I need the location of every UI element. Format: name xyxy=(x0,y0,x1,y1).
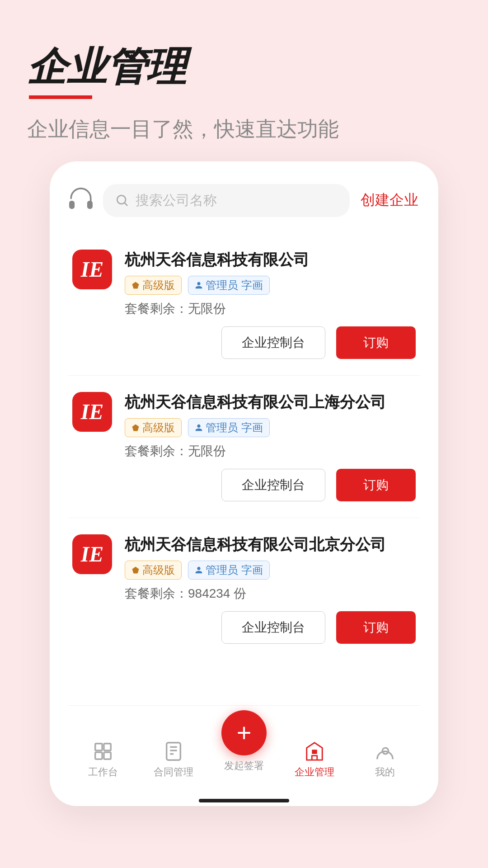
logo-icon: IE xyxy=(81,259,104,280)
company-actions: 企业控制台 订购 xyxy=(72,469,416,501)
control-panel-button[interactable]: 企业控制台 xyxy=(221,611,325,644)
svg-rect-15 xyxy=(312,750,317,755)
contracts-icon xyxy=(163,741,184,762)
company-name: 杭州天谷信息科技有限公司 xyxy=(125,250,416,269)
role-badge: 管理员 字画 xyxy=(188,276,270,295)
svg-marker-6 xyxy=(132,567,139,574)
company-tags: 高级版 管理员 字画 xyxy=(125,276,416,295)
svg-marker-5 xyxy=(132,425,139,431)
page-title: 企业管理 xyxy=(27,45,461,99)
svg-line-3 xyxy=(125,203,127,206)
company-logo: IE xyxy=(72,534,112,574)
enterprise-icon xyxy=(304,741,325,762)
control-panel-button[interactable]: 企业控制台 xyxy=(221,326,325,359)
svg-rect-11 xyxy=(167,743,181,760)
company-tags: 高级版 管理员 字画 xyxy=(125,418,416,437)
workbench-icon xyxy=(93,741,113,762)
company-top: IE 杭州天谷信息科技有限公司北京分公司 高级版 管理员 字画 xyxy=(72,534,416,602)
company-logo: IE xyxy=(72,392,112,432)
company-card: IE 杭州天谷信息科技有限公司北京分公司 高级版 管理员 字画 xyxy=(68,518,420,660)
logo-icon: IE xyxy=(81,401,104,423)
company-info: 杭州天谷信息科技有限公司 高级版 管理员 字画 套餐剩余：无限份 xyxy=(125,250,416,317)
company-quota: 套餐剩余：984234 份 xyxy=(125,585,416,602)
company-info: 杭州天谷信息科技有限公司北京分公司 高级版 管理员 字画 套餐剩余：984234… xyxy=(125,534,416,602)
svg-marker-4 xyxy=(132,282,139,288)
person-icon xyxy=(195,566,203,574)
svg-point-2 xyxy=(117,196,126,204)
bottom-nav: 工作台 合同管理 + 发起签署 企业管理 xyxy=(68,705,420,792)
company-list: IE 杭州天谷信息科技有限公司 高级版 管理员 字画 xyxy=(68,233,420,660)
person-icon xyxy=(195,281,203,289)
nav-label-contracts: 合同管理 xyxy=(154,765,193,779)
tier-badge: 高级版 xyxy=(125,418,182,437)
company-logo: IE xyxy=(72,250,112,289)
search-icon xyxy=(115,193,129,208)
headset-icon[interactable] xyxy=(68,186,94,214)
phone-card: 搜索公司名称 创建企业 IE 杭州天谷信息科技有限公司 高级版 xyxy=(50,161,438,807)
svg-rect-9 xyxy=(104,744,111,750)
title-underline xyxy=(29,95,92,99)
svg-rect-1 xyxy=(88,202,92,208)
nav-label-workbench: 工作台 xyxy=(88,765,118,779)
control-panel-button[interactable]: 企业控制台 xyxy=(221,469,325,501)
company-quota: 套餐剩余：无限份 xyxy=(125,443,416,460)
search-input-wrap[interactable]: 搜索公司名称 xyxy=(103,184,350,217)
order-button[interactable]: 订购 xyxy=(336,326,416,359)
nav-item-enterprise[interactable]: 企业管理 xyxy=(279,741,350,779)
svg-rect-10 xyxy=(104,752,111,759)
company-actions: 企业控制台 订购 xyxy=(72,611,416,644)
home-indicator xyxy=(199,799,289,802)
spacer xyxy=(68,660,420,696)
diamond-icon xyxy=(131,424,140,432)
fab-sign-button[interactable]: + xyxy=(221,710,267,755)
company-card: IE 杭州天谷信息科技有限公司 高级版 管理员 字画 xyxy=(68,233,420,375)
diamond-icon xyxy=(131,281,140,289)
role-badge: 管理员 字画 xyxy=(188,418,270,437)
company-actions: 企业控制台 订购 xyxy=(72,326,416,359)
plus-icon: + xyxy=(237,720,252,745)
company-info: 杭州天谷信息科技有限公司上海分公司 高级版 管理员 字画 套餐剩余：无限份 xyxy=(125,392,416,460)
tier-badge: 高级版 xyxy=(125,561,182,580)
page-subtitle: 企业信息一目了然，快速直达功能 xyxy=(27,115,461,143)
diamond-icon xyxy=(131,566,140,574)
company-top: IE 杭州天谷信息科技有限公司上海分公司 高级版 管理员 字画 xyxy=(72,392,416,460)
page-header: 企业管理 企业信息一目了然，快速直达功能 xyxy=(27,45,461,143)
company-name: 杭州天谷信息科技有限公司上海分公司 xyxy=(125,392,416,412)
role-badge: 管理员 字画 xyxy=(188,561,270,580)
nav-label-sign: 发起签署 xyxy=(224,759,264,773)
company-tags: 高级版 管理员 字画 xyxy=(125,561,416,580)
nav-item-workbench[interactable]: 工作台 xyxy=(68,741,138,779)
nav-item-contracts[interactable]: 合同管理 xyxy=(138,741,209,779)
svg-rect-0 xyxy=(70,202,74,208)
nav-label-mine: 我的 xyxy=(375,765,395,779)
company-card: IE 杭州天谷信息科技有限公司上海分公司 高级版 管理员 字画 xyxy=(68,375,420,518)
order-button[interactable]: 订购 xyxy=(336,469,416,501)
company-name: 杭州天谷信息科技有限公司北京分公司 xyxy=(125,534,416,554)
search-placeholder: 搜索公司名称 xyxy=(136,191,217,210)
tier-badge: 高级版 xyxy=(125,276,182,295)
company-quota: 套餐剩余：无限份 xyxy=(125,300,416,317)
nav-item-sign[interactable]: + 发起签署 xyxy=(209,710,279,773)
order-button[interactable]: 订购 xyxy=(336,611,416,644)
company-top: IE 杭州天谷信息科技有限公司 高级版 管理员 字画 xyxy=(72,250,416,317)
svg-rect-7 xyxy=(95,744,102,750)
person-icon xyxy=(195,424,203,432)
svg-rect-8 xyxy=(95,752,102,759)
create-enterprise-button[interactable]: 创建企业 xyxy=(359,187,420,214)
search-bar-row: 搜索公司名称 创建企业 xyxy=(68,184,420,217)
nav-label-enterprise: 企业管理 xyxy=(295,765,334,779)
nav-item-mine[interactable]: 我的 xyxy=(350,741,420,779)
mine-icon xyxy=(375,741,395,762)
logo-icon: IE xyxy=(81,543,104,565)
